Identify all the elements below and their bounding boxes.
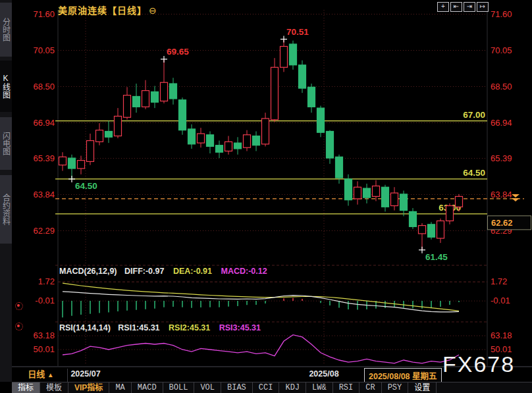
- macd-dif-line: [63, 292, 459, 312]
- price-level-label: 64.50: [463, 168, 485, 178]
- fx678-watermark: FX678: [442, 352, 515, 377]
- toolbar-tab[interactable]: 设置: [408, 382, 437, 393]
- candlestick: [280, 46, 288, 67]
- toolbar-tab[interactable]: MA: [109, 382, 131, 393]
- price-level-label: 67.00: [463, 110, 485, 120]
- candlestick: [198, 134, 205, 143]
- candlestick: [96, 130, 103, 142]
- candlestick: [207, 135, 214, 147]
- candlestick: [234, 143, 242, 149]
- window-control-icons: +⇤⇥↦: [437, 2, 489, 12]
- candlestick-chart: 71.6071.6070.0570.0568.5068.5066.9466.94…: [0, 0, 532, 393]
- candlestick: [271, 67, 279, 120]
- candlestick: [142, 91, 149, 107]
- scale-left-icon[interactable]: ⇤: [450, 2, 462, 12]
- candlestick: [308, 87, 315, 107]
- toolbar-tab[interactable]: VIP指标: [68, 382, 109, 393]
- rsi-params-label: RSI(14,14,14): [59, 323, 111, 332]
- macd-axis-label-right: -0.01: [491, 296, 510, 305]
- toolbar-tab[interactable]: PSY: [382, 382, 409, 393]
- candlestick: [456, 196, 463, 207]
- toolbar-tab[interactable]: RSI: [333, 382, 360, 393]
- rsi1-value: RSI1:45.31: [118, 323, 159, 332]
- collapse-icon[interactable]: ⊖: [149, 5, 157, 16]
- toolbar-tab[interactable]: 指标: [12, 382, 40, 393]
- y-axis-label-left: 65.39: [33, 153, 55, 163]
- candlestick: [419, 226, 426, 234]
- candlestick: [327, 131, 334, 158]
- toolbar-tab[interactable]: BOLL: [163, 382, 195, 393]
- indicator-toolbar: 指标模板VIP指标MAMACDBOLLVOLBIASCCIKDJLW&RSICR…: [12, 382, 532, 393]
- toolbar-tab[interactable]: LW&: [306, 382, 333, 393]
- toolbar-tab[interactable]: MACD: [132, 382, 163, 393]
- y-axis-label-right: 63.84: [491, 190, 512, 199]
- y-axis-label-right: 65.39: [491, 153, 512, 163]
- toolbar-tab[interactable]: VOL: [194, 382, 221, 393]
- candlestick: [170, 84, 177, 99]
- x-axis-tick-label: 2025/08: [309, 369, 338, 379]
- y-axis-label-left: 71.60: [33, 9, 55, 19]
- y-axis-label-right: 70.05: [491, 45, 512, 55]
- rsi-axis-label-left: 63.18: [33, 330, 55, 340]
- macd-axis-label-left: -0.01: [35, 296, 55, 305]
- y-axis-label-right: 66.94: [491, 118, 512, 128]
- candlestick: [87, 141, 94, 162]
- macd-macd-value: MACD:-0.12: [221, 267, 267, 276]
- candlestick: [188, 129, 196, 144]
- double-arrow-down-icon: [512, 198, 519, 201]
- y-axis-label-left: 63.84: [33, 190, 55, 199]
- sidebar-item-contract-info[interactable]: 合约资料: [0, 175, 12, 244]
- y-axis-label-left: 66.94: [33, 118, 55, 128]
- macd-pane-header: MACD(26,12,9) DIFF:-0.97 DEA:-0.91 MACD:…: [59, 267, 267, 276]
- y-axis-label-left: 68.50: [33, 82, 55, 92]
- double-arrow-down-icon: [512, 194, 519, 197]
- price-annotation: 64.50: [75, 181, 97, 191]
- toolbar-tab[interactable]: CR: [359, 382, 381, 393]
- pane-marker-icon[interactable]: [15, 302, 23, 310]
- pan-right-icon[interactable]: ↦: [477, 2, 489, 12]
- toolbar-tab[interactable]: BIAS: [221, 382, 253, 393]
- candlestick: [437, 221, 444, 239]
- crosshair-icon[interactable]: +: [437, 2, 449, 12]
- rsi2-value: RSI2:45.31: [169, 323, 210, 332]
- sidebar-item-kline-chart[interactable]: K线图: [0, 61, 12, 112]
- chevron-up-icon: ▲: [47, 371, 54, 379]
- candlestick: [133, 96, 140, 107]
- candlestick: [400, 194, 408, 211]
- candlestick: [105, 131, 113, 137]
- rsi3-value: RSI3:45.31: [219, 323, 261, 332]
- y-axis-label-right: 71.60: [491, 9, 512, 19]
- macd-dea-line: [63, 283, 459, 311]
- candlestick: [59, 157, 66, 165]
- candlestick: [78, 161, 85, 169]
- candlestick: [290, 44, 297, 65]
- candlestick: [124, 95, 131, 118]
- candlestick: [373, 186, 380, 197]
- candlestick: [179, 100, 186, 130]
- toolbar-tab[interactable]: KDJ: [279, 382, 306, 393]
- scale-right-icon[interactable]: ⇥: [464, 2, 475, 12]
- candlestick: [68, 158, 76, 169]
- sidebar-item-time-chart[interactable]: 分时图: [0, 3, 12, 57]
- macd-axis-label-left: 1.72: [38, 276, 55, 286]
- candlestick: [446, 206, 454, 221]
- sidebar-item-lightning-chart[interactable]: 闪电图: [0, 117, 12, 170]
- rsi-line: [63, 335, 459, 363]
- period-selector-button[interactable]: 日线 ▲: [14, 369, 68, 382]
- toolbar-tab[interactable]: CCI: [253, 382, 280, 393]
- macd-diff-value: DIFF:-0.97: [124, 267, 164, 276]
- candlestick: [428, 224, 435, 237]
- rsi-axis-label-right: 63.18: [491, 330, 512, 340]
- period-label: 日线: [28, 369, 45, 379]
- candlestick: [336, 157, 343, 178]
- candlestick: [391, 193, 398, 205]
- y-axis-label-left: 70.05: [33, 45, 55, 55]
- candlestick: [382, 187, 389, 207]
- rsi-pane-header: RSI(14,14,14) RSI1:45.31 RSI2:45.31 RSI3…: [59, 323, 261, 332]
- candlestick: [299, 65, 306, 88]
- pane-marker-icon[interactable]: [15, 323, 23, 330]
- selected-date-badge: 2025/08/08 星期五: [364, 368, 442, 383]
- candlestick: [363, 188, 371, 197]
- price-tag-label: 62.62: [491, 218, 513, 228]
- toolbar-tab[interactable]: 模板: [40, 382, 68, 393]
